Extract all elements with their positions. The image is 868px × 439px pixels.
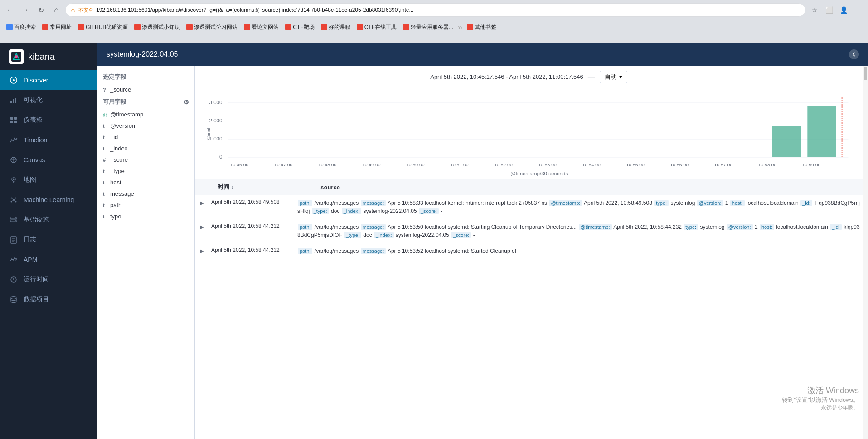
- row-time-1: April 5th 2022, 10:58:49.508: [209, 195, 295, 219]
- field-index-name: _index: [110, 145, 127, 152]
- settings-icon[interactable]: ⚙: [184, 99, 189, 106]
- menu-button[interactable]: ⋮: [852, 4, 864, 16]
- field-source-name: _source: [110, 86, 131, 93]
- address-text: 192.168.136.101:5601/app/kibana#/discove…: [96, 7, 800, 13]
- field-id[interactable]: t _id: [97, 131, 194, 143]
- field-type-t3: t: [103, 146, 107, 151]
- svg-text:Count: Count: [205, 128, 211, 140]
- field-source[interactable]: ? _source: [97, 84, 194, 95]
- field-timestamp[interactable]: @ @timestamp: [97, 109, 194, 120]
- sidebar-item-visualize[interactable]: 可视化: [0, 90, 97, 110]
- bookmark-server[interactable]: 轻量应用服务器...: [400, 23, 456, 32]
- field-type-t8: t: [103, 214, 107, 219]
- svg-rect-4: [10, 101, 12, 103]
- forward-button[interactable]: →: [19, 4, 32, 16]
- bookmark-course[interactable]: 好的课程: [318, 23, 353, 32]
- new-tab-button[interactable]: ⬜: [823, 4, 835, 16]
- source-column-header: _source: [317, 184, 853, 191]
- sidebar-item-ml[interactable]: Machine Learning: [0, 190, 97, 210]
- bookmark-paper[interactable]: 看论文网站: [241, 23, 281, 32]
- home-button[interactable]: ⌂: [50, 4, 63, 16]
- svg-text:10:50:00: 10:50:00: [406, 163, 425, 167]
- available-fields-title: 可用字段 ⚙: [97, 95, 194, 109]
- table-row: ▶ April 5th 2022, 10:58:44.232 path: /va…: [195, 219, 863, 243]
- sidebar-item-uptime[interactable]: 运行时间: [0, 270, 97, 289]
- bookmark-ctf[interactable]: CTF靶场: [282, 23, 317, 32]
- auto-refresh-select[interactable]: 自动 ▾: [600, 71, 627, 83]
- not-secure-label: 不安全: [78, 7, 93, 14]
- infra-icon: [9, 215, 18, 224]
- bookmark-pentest2[interactable]: 渗透测试学习网站: [184, 23, 240, 32]
- sidebar-item-apm[interactable]: APM: [0, 250, 97, 270]
- bookmark-more: »: [457, 23, 463, 32]
- back-button[interactable]: ←: [4, 4, 16, 16]
- bookmark-ctfonline[interactable]: CTF在线工具: [354, 23, 399, 32]
- data-icon: [9, 295, 18, 304]
- field-message[interactable]: t message: [97, 188, 194, 199]
- svg-point-3: [13, 79, 15, 81]
- svg-line-23: [14, 198, 16, 200]
- sidebar-timelion-label: Timelion: [24, 136, 47, 144]
- sidebar-nav: Discover 可视化: [0, 70, 97, 439]
- collapse-panel-button[interactable]: [849, 49, 859, 59]
- sidebar-logs-label: 日志: [24, 236, 36, 244]
- field-version[interactable]: t @version: [97, 120, 194, 131]
- sidebar-item-maps[interactable]: 地图: [0, 170, 97, 190]
- svg-text:10:59:00: 10:59:00: [802, 163, 821, 167]
- sidebar: kibana Discover: [0, 43, 97, 439]
- svg-rect-8: [14, 117, 17, 120]
- bookmark-star-button[interactable]: ☆: [808, 4, 821, 16]
- bookmark-baidu[interactable]: 百度搜索: [4, 23, 39, 32]
- field-type-field[interactable]: t type: [97, 211, 194, 222]
- reload-button[interactable]: ↻: [34, 4, 47, 16]
- table-row: ▶ April 5th 2022, 10:58:49.508 path: /va…: [195, 195, 863, 219]
- sidebar-item-logs[interactable]: 日志: [0, 230, 97, 250]
- row-expand-button-2[interactable]: ▶: [195, 219, 209, 243]
- sidebar-item-infra[interactable]: 基础设施: [0, 210, 97, 230]
- svg-text:10:55:00: 10:55:00: [626, 163, 645, 167]
- right-scrollbar[interactable]: [863, 66, 868, 439]
- field-panel: 选定字段 ? _source 可用字段 ⚙ @ @timestamp t @ve…: [97, 66, 195, 439]
- bookmark-other[interactable]: 其他书签: [464, 23, 499, 32]
- sidebar-apm-label: APM: [24, 256, 37, 263]
- security-warning-icon: ⚠: [70, 7, 76, 14]
- bookmark-common[interactable]: 常用网址: [39, 23, 74, 32]
- svg-point-36: [11, 297, 16, 299]
- svg-text:10:53:00: 10:53:00: [538, 163, 557, 167]
- field-type-t2: t: [103, 135, 107, 140]
- field-host[interactable]: t host: [97, 177, 194, 188]
- svg-point-1: [15, 55, 18, 58]
- table-row: ▶ April 5th 2022, 10:58:44.232 path: /va…: [195, 243, 863, 259]
- selected-fields-title: 选定字段: [97, 70, 194, 84]
- field-version-name: @version: [110, 122, 135, 129]
- field-path[interactable]: t path: [97, 199, 194, 211]
- bookmark-github[interactable]: GITHUB优质资源: [75, 23, 131, 32]
- address-bar[interactable]: ⚠ 不安全 192.168.136.101:5601/app/kibana#/d…: [65, 3, 805, 17]
- field-score-name: _score: [110, 156, 128, 163]
- kibana-logo-text: kibana: [28, 52, 55, 62]
- row-expand-button-1[interactable]: ▶: [195, 195, 209, 219]
- profile-button[interactable]: 👤: [837, 4, 850, 16]
- field-message-name: message: [110, 190, 134, 197]
- sidebar-item-timelion[interactable]: Timelion: [0, 130, 97, 150]
- timelion-icon: [9, 135, 18, 145]
- field-score[interactable]: # _score: [97, 154, 194, 165]
- bookmark-pentest1[interactable]: 渗透测试小知识: [131, 23, 183, 32]
- svg-text:@timestamp/30 seconds: @timestamp/30 seconds: [510, 171, 568, 176]
- sidebar-dashboard-label: 仪表板: [24, 116, 43, 124]
- row-expand-button-3[interactable]: ▶: [195, 243, 209, 259]
- svg-point-15: [13, 179, 15, 180]
- time-column-header[interactable]: 时间 ↕: [218, 183, 317, 191]
- sidebar-item-data[interactable]: 数据项目: [0, 289, 97, 309]
- field-type[interactable]: t _type: [97, 165, 194, 177]
- sidebar-item-dashboard[interactable]: 仪表板: [0, 110, 97, 130]
- svg-rect-6: [15, 98, 16, 103]
- bookmarks-bar: 百度搜索 常用网址 GITHUB优质资源 渗透测试小知识 渗透测试学习网站 看论…: [0, 20, 868, 34]
- field-index[interactable]: t _index: [97, 143, 194, 154]
- row-source-3: path: /var/log/messages message: Apr 5 1…: [295, 243, 863, 259]
- svg-text:10:52:00: 10:52:00: [494, 163, 513, 167]
- sidebar-item-discover[interactable]: Discover: [0, 70, 97, 90]
- visualize-icon: [9, 96, 18, 105]
- sidebar-item-canvas[interactable]: Canvas: [0, 150, 97, 170]
- time-picker-bar: April 5th 2022, 10:45:17.546 - April 5th…: [195, 66, 863, 88]
